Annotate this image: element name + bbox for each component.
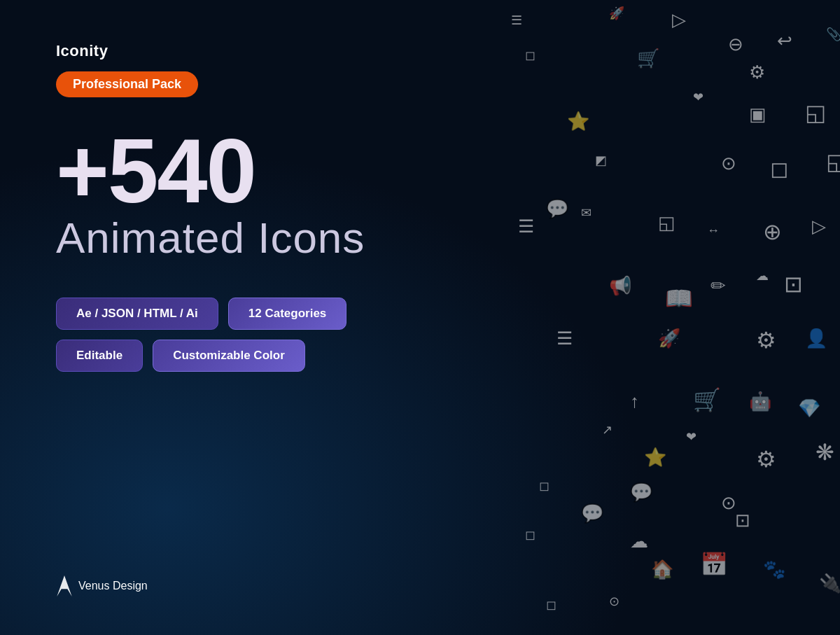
brand-logo: Iconity <box>56 42 784 60</box>
professional-pack-badge: Professional Pack <box>56 71 198 97</box>
hero-subtitle: Animated Icons <box>56 213 784 263</box>
footer: Venus Design <box>56 575 148 596</box>
venus-icon <box>56 575 73 596</box>
tag-categories: 12 Categories <box>228 298 347 330</box>
vendor-name: Venus Design <box>78 580 148 592</box>
tag-editable: Editable <box>56 340 143 372</box>
feature-tags: Ae / JSON / HTML / Ai12 CategoriesEditab… <box>56 298 420 372</box>
svg-marker-0 <box>57 575 71 596</box>
venus-design-logo: Venus Design <box>56 575 148 596</box>
icon-count: +540 <box>56 125 784 216</box>
tag-color: Customizable Color <box>153 340 305 372</box>
tag-formats: Ae / JSON / HTML / Ai <box>56 298 218 330</box>
